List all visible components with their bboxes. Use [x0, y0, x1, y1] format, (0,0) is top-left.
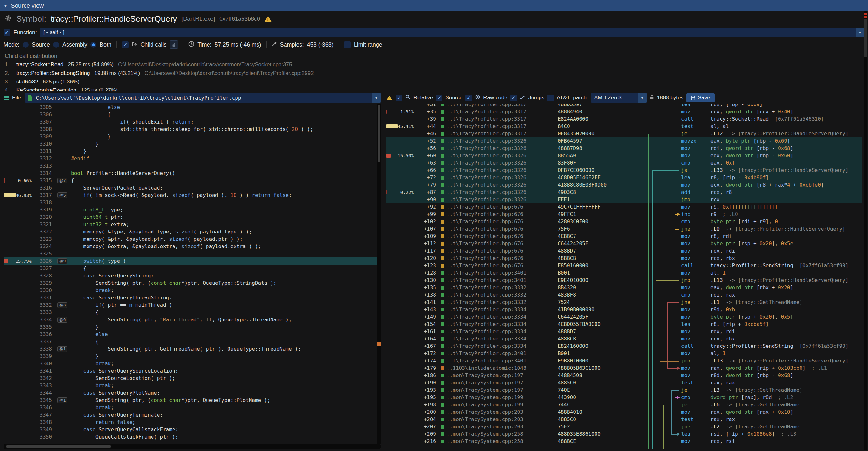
child-call-entry[interactable]: 2.tracy::Profiler::SendLongString19.88 m… — [5, 69, 863, 78]
radio-both[interactable] — [90, 42, 96, 48]
assembly-row[interactable]: +79..t\TracyProfiler.cpp:3326418B8C80E0B… — [386, 181, 862, 188]
assembly-row[interactable]: +161..t\TracyProfiler.cpp:3334488BD7movr… — [386, 328, 862, 335]
source-line[interactable]: 3307 if( shouldExit ) return; — [3, 118, 377, 125]
source-line[interactable]: 3313 — [3, 162, 377, 170]
file-list-icon[interactable] — [3, 95, 9, 100]
chevron-down-icon[interactable]: ▼ — [372, 93, 381, 102]
source-line[interactable]: 3334@6 SendString( ptr, "Main thread", 1… — [3, 316, 377, 323]
assembly-row[interactable]: +99..t\TracyProfiler.hpp:67649FFC1incr9 … — [386, 211, 862, 218]
child-call-entry[interactable]: 1.tracy::Socket::Read25.25 ms (54.89%)C:… — [5, 60, 863, 69]
scrollbar-thumb[interactable] — [6, 445, 111, 448]
source-line[interactable]: 3345@1 SendString( ptr, (const char*)ptr… — [3, 396, 377, 404]
function-checkbox[interactable]: ✓ — [3, 29, 10, 36]
assembly-row[interactable]: +149..t\TracyProfiler.cpp:3334C64424205F… — [386, 313, 862, 321]
save-button[interactable]: Save — [686, 93, 715, 102]
assembly-row[interactable]: +52..t\TracyProfiler.cpp:33260FB64597mov… — [386, 137, 862, 145]
collapse-triangle-icon[interactable]: ▼ — [3, 3, 8, 8]
source-line[interactable]: 3319 uint8_t type; — [3, 206, 377, 213]
assembly-row[interactable]: +90..t\TracyProfiler.cpp:3326FFE1jmprcx — [386, 196, 862, 203]
assembly-row[interactable]: +138..t\TracyProfiler.cpp:3332483BF8cmpr… — [386, 291, 862, 298]
source-line[interactable]: 3343 break; — [3, 382, 377, 389]
assembly-row[interactable]: +200..mon\TracySystem.cpp:203488B4010mov… — [386, 408, 862, 416]
scrollbar-thumb[interactable] — [864, 19, 867, 57]
child-call-entry[interactable]: 4.KeSynchronizeExecution125 μs (0.27%) — [5, 86, 863, 91]
source-line[interactable]: 3329 SendString( ptr, (const char*)ptr, … — [3, 279, 377, 287]
assembly-row[interactable]: +120..t\TracyProfiler.hpp:676488BCBmovrc… — [386, 254, 862, 262]
source-line[interactable]: 3316 ServerQueryPacket payload; — [3, 184, 377, 191]
source-line[interactable]: 3323 memcpy( &ptr, &payload.ptr, sizeof(… — [3, 235, 377, 243]
window-titlebar[interactable]: ▼ Source view — [0, 0, 868, 11]
assembly-row[interactable]: 0.22%+87..t\TracyProfiler.cpp:33264903C8… — [386, 188, 862, 196]
source-line[interactable]: 3322 memcpy( &type, &payload.type, sizeo… — [3, 228, 377, 235]
source-line[interactable]: 3328 case ServerQueryString: — [3, 272, 377, 279]
source-line[interactable]: 3347 case ServerQueryTerminate: — [3, 411, 377, 419]
source-line[interactable]: 3309 } — [3, 133, 377, 140]
source-line[interactable]: 3337 { — [3, 338, 377, 345]
assembly-row[interactable]: +107..t\TracyProfiler.hpp:67675F6jne.L0 … — [386, 225, 862, 233]
assembly-row[interactable]: +92..t\TracyProfiler.hpp:67649C7C1FFFFFF… — [386, 203, 862, 211]
assembly-row[interactable]: +141..t\TracyProfiler.cpp:33327524jne.L1… — [386, 298, 862, 306]
source-line[interactable]: 3346 break; — [3, 404, 377, 411]
assembly-row[interactable]: +186..mon\TracySystem.cpp:197448B4598mov… — [386, 372, 862, 379]
source-line[interactable]: 0.66%3315@7{ — [3, 177, 377, 184]
source-line[interactable]: 46.93%3317@5 if( !m_sock->Read( &payload… — [3, 191, 377, 199]
source-line[interactable]: 3311 } — [3, 147, 377, 155]
source-line[interactable]: 3321 uint32_t extra; — [3, 221, 377, 228]
source-line[interactable]: 3338@1 SendString( ptr, GetThreadName( p… — [3, 345, 377, 353]
source-line[interactable]: 3312#endif — [3, 155, 377, 162]
source-line[interactable]: 3327 { — [3, 265, 377, 272]
limit-range-checkbox[interactable]: ✓ — [344, 41, 351, 48]
window-scrollbar-vertical[interactable] — [864, 11, 867, 450]
child-calls-checkbox[interactable]: ✓ — [122, 41, 129, 48]
child-call-entry[interactable]: 3.stat64i32625 μs (1.36%) — [5, 78, 863, 86]
radio-source[interactable] — [23, 42, 29, 48]
function-select[interactable]: [ - self - ] ▼ — [40, 28, 865, 37]
file-select[interactable]: C:\Users\wolf\Desktop\darkrl\contrib\tra… — [25, 93, 381, 102]
source-line[interactable]: 15.79%3326@9 switch( type ) — [3, 257, 377, 265]
source-line[interactable]: 3340 break; — [3, 360, 377, 367]
assembly-row[interactable]: +198..mon\TracySystem.cpp:199744Cje.L6 -… — [386, 401, 862, 408]
source-line[interactable]: 3336 else — [3, 331, 377, 338]
source-line[interactable]: 3330 break; — [3, 287, 377, 294]
assembly-row[interactable]: +39..t\TracyProfiler.cpp:3317E824AA0000c… — [386, 115, 862, 123]
assembly-row[interactable]: +167..t\TracyProfiler.cpp:3334E824160000… — [386, 342, 862, 350]
assembly-row[interactable]: +128..t\TracyProfiler.cpp:3401B001moval,… — [386, 269, 862, 276]
assembly-row[interactable]: 1.31%+35..t\TracyProfiler.cpp:3317488B49… — [386, 108, 862, 115]
assembly-row[interactable]: +112..t\TracyProfiler.hpp:676C64424205Em… — [386, 240, 862, 247]
child-calls-lock-button[interactable] — [169, 40, 178, 49]
source-line[interactable]: 3335 } — [3, 323, 377, 331]
assembly-row[interactable]: +109..t\TracyProfiler.hpp:6764C8BC7movr8… — [386, 233, 862, 240]
chevron-down-icon[interactable]: ▼ — [856, 28, 865, 37]
radio-assembly[interactable] — [53, 42, 59, 48]
assembly-row[interactable]: +135..t\TracyProfiler.cpp:33328B4320move… — [386, 284, 862, 291]
source-scrollbar-horizontal[interactable] — [3, 444, 381, 449]
assembly-row[interactable]: +102..t\TracyProfiler.hpp:67642803C0F00c… — [386, 218, 862, 225]
source-line[interactable]: 3314bool Profiler::HandleServerQuery() — [3, 170, 377, 177]
assembly-row[interactable]: +123..t\TracyProfiler.hpp:676E850160000c… — [386, 262, 862, 269]
assembly-row[interactable]: +174..t\TracyProfiler.cpp:3401E9B8010000… — [386, 357, 862, 364]
assembly-row[interactable]: +204..mon\TracySystem.cpp:2034885C0testr… — [386, 416, 862, 423]
source-line[interactable]: 3324 memcpy( &extra, &payload.extra, siz… — [3, 243, 377, 250]
assembly-row[interactable]: +46..t\TracyProfiler.cpp:33170F843502000… — [386, 130, 862, 137]
uarch-select[interactable]: AMD Zen 3 ▼ — [591, 93, 647, 102]
assembly-row[interactable]: +193..mon\TracySystem.cpp:197740Eje.L3 -… — [386, 386, 862, 394]
assembly-row[interactable]: +130..t\TracyProfiler.cpp:3401E9E4010000… — [386, 276, 862, 284]
source-line[interactable]: 3342 SendSourceLocation( ptr ); — [3, 374, 377, 382]
jumps-checkbox[interactable]: ✓ — [510, 95, 517, 101]
source-line[interactable]: 3332@3 if( ptr == m_mainThread ) — [3, 301, 377, 309]
source-line[interactable]: 3341 case ServerQuerySourceLocation: — [3, 367, 377, 374]
assembly-row[interactable]: +154..t\TracyProfiler.cpp:33344C8D055FBA… — [386, 321, 862, 328]
assembly-row[interactable]: +190..mon\TracySystem.cpp:1974885C0testr… — [386, 379, 862, 386]
assembly-row[interactable]: +195..mon\TracySystem.cpp:199443900cmpdw… — [386, 394, 862, 401]
assembly-row[interactable]: 45.41%+44..t\TracyProfiler.cpp:331784C0t… — [386, 123, 862, 130]
source-line[interactable]: 3333 { — [3, 309, 377, 316]
assembly-row[interactable]: +216..mon\TracySystem.cpp:258488BCEmovrc… — [386, 438, 862, 445]
source-line[interactable]: 3350 QueueCallstackFrame( ptr ); — [3, 433, 377, 441]
att-checkbox[interactable]: ✓ — [547, 95, 554, 101]
source-line[interactable]: 3344 case ServerQueryPlotName: — [3, 389, 377, 396]
source-line[interactable]: 3310 } — [3, 140, 377, 147]
assembly-row[interactable]: +56..t\TracyProfiler.cpp:3326488B7D98mov… — [386, 145, 862, 152]
source-line[interactable]: 3308 std::this_thread::sleep_for( std::c… — [3, 125, 377, 133]
assembly-row[interactable]: +209..mon\TracySystem.cpp:258488D35E8861… — [386, 430, 862, 438]
source-line[interactable]: 3320 uint64_t ptr; — [3, 213, 377, 221]
